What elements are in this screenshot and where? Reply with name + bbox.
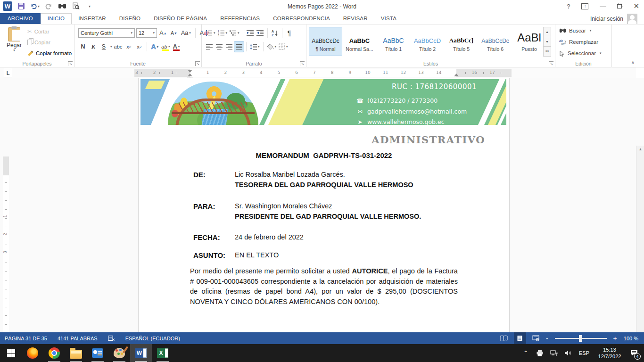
undo-button[interactable]: ▾ [30, 1, 40, 11]
tray-clock[interactable]: 15:13 12/7/2022 [594, 346, 625, 360]
font-color-button[interactable]: A▾ [172, 41, 181, 52]
tab-vista[interactable]: VISTA [374, 13, 403, 24]
align-left-button[interactable] [205, 41, 214, 52]
style-normal-sa-[interactable]: AaBbCNormal Sa... [343, 27, 376, 56]
style--normal[interactable]: AaBbCcDc¶ Normal [309, 27, 342, 56]
font-size-combo[interactable]: 12▾ [136, 28, 157, 38]
shrink-font-button[interactable]: A▼ [169, 28, 179, 38]
underline-dropdown[interactable]: ▾ [110, 45, 112, 49]
qat-customize-button[interactable]: ▾ [85, 4, 94, 8]
memo-body[interactable]: Por medio del presente me permito solici… [190, 266, 458, 307]
superscript-button[interactable]: x2 [134, 41, 144, 52]
page-indicator[interactable]: PÁGINA 31 DE 35 [5, 336, 47, 341]
tray-language[interactable]: ESP [576, 350, 592, 356]
speaker-icon[interactable] [562, 344, 574, 362]
strikethrough-button[interactable]: abc [113, 41, 124, 52]
scroll-up-arrow[interactable]: ▲ [637, 146, 644, 153]
select-button[interactable]: Seleccionar▾ [559, 48, 611, 58]
find-button[interactable] [58, 1, 67, 11]
format-painter-button[interactable]: Copiar formato [27, 49, 72, 58]
multilevel-list-button[interactable]: ▾ [229, 28, 240, 38]
style-t-tulo-2[interactable]: AaBbCcDTítulo 2 [411, 27, 444, 56]
sign-in[interactable]: Iniciar sesión [590, 13, 637, 24]
taskbar-excel[interactable]: X [152, 344, 173, 362]
horizontal-ruler[interactable]: 32112345678910111213141617 [134, 69, 512, 77]
help-button[interactable]: ? [567, 3, 570, 10]
read-mode-button[interactable] [498, 332, 510, 344]
shading-button[interactable]: ▾ [266, 41, 278, 52]
decrease-indent-button[interactable] [246, 28, 255, 38]
style-t-tulo-5[interactable]: AaBbCc]Título 5 [445, 27, 478, 56]
zoom-slider-thumb[interactable] [579, 335, 582, 342]
cut-button[interactable]: ✂Cortar [27, 27, 72, 36]
tab-correspondencia[interactable]: CORRESPONDENCIA [266, 13, 337, 24]
restore-button[interactable] [617, 4, 622, 8]
tab-selector[interactable]: L [4, 69, 12, 77]
paragraph-dialog-launcher[interactable]: ↘ [300, 61, 305, 66]
vertical-ruler[interactable]: 123 [3, 156, 9, 332]
close-button[interactable]: ✕ [633, 2, 639, 10]
zoom-in-button[interactable]: + [613, 336, 617, 341]
memo-field-para[interactable]: PARA:Sr. Washington Morales ChávezPRESID… [193, 201, 467, 222]
borders-button[interactable]: ▾ [278, 41, 289, 52]
tab-referencias[interactable]: REFERENCIAS [214, 13, 266, 24]
memo-field-fecha[interactable]: FECHA:24 de febrero del 2022 [193, 232, 467, 243]
taskbar-chrome[interactable] [43, 344, 65, 362]
numbering-button[interactable]: 123▾ [217, 28, 229, 38]
taskbar-file-explorer[interactable] [65, 344, 87, 362]
font-family-combo[interactable]: Century Gothi▾ [78, 28, 135, 38]
network-icon[interactable] [548, 344, 560, 362]
first-line-indent-marker[interactable] [188, 70, 192, 73]
paste-button[interactable]: Pegar ▾ [4, 26, 25, 60]
tab-inicio[interactable]: INICIO [41, 13, 72, 24]
print-preview-button[interactable] [71, 1, 81, 11]
paste-dropdown[interactable]: ▾ [4, 49, 25, 52]
tab-archivo[interactable]: ARCHIVO [0, 13, 41, 24]
undo-dropdown[interactable]: ▾ [38, 4, 40, 8]
taskbar-paint[interactable] [108, 344, 130, 362]
zoom-slider[interactable] [555, 338, 607, 339]
zoom-out-button[interactable]: - [546, 336, 548, 341]
underline-button[interactable]: S [99, 41, 108, 52]
text-effects-button[interactable]: A▾ [150, 41, 159, 52]
language-indicator[interactable]: ESPAÑOL (ECUADOR) [125, 336, 180, 341]
styles-dialog-launcher[interactable]: ↘ [549, 61, 553, 66]
hanging-indent-marker[interactable] [188, 74, 192, 76]
find-button-ribbon[interactable]: Buscar▾ [559, 25, 611, 36]
collapse-ribbon-button[interactable]: ∧ [631, 60, 635, 65]
memo-field-asunto[interactable]: ASUNTO:EN EL TEXTO [193, 250, 467, 261]
tab-dise-o[interactable]: DISEÑO [113, 13, 147, 24]
start-button[interactable] [0, 344, 22, 362]
web-layout-button[interactable] [530, 332, 542, 344]
redo-button[interactable] [44, 1, 53, 11]
sort-button[interactable]: AZ [270, 28, 280, 38]
increase-indent-button[interactable] [256, 28, 265, 38]
tab-dise-o-de-p-gina[interactable]: DISEÑO DE PÁGINA [147, 13, 214, 24]
style-t-tulo-6[interactable]: AaBbCcDcTítulo 6 [479, 27, 512, 56]
minimize-button[interactable]: — [600, 3, 606, 10]
bold-button[interactable]: N [78, 41, 88, 52]
taskbar-word[interactable]: W [130, 344, 152, 362]
vertical-scrollbar[interactable]: ▲ ▼ [636, 146, 644, 332]
proofing-status[interactable] [108, 335, 115, 341]
print-layout-button[interactable] [514, 332, 526, 344]
word-app-icon[interactable]: W [3, 1, 12, 11]
style-t-tulo-1[interactable]: AaBbCTítulo 1 [377, 27, 410, 56]
style-puesto[interactable]: AaBlPuesto [512, 27, 546, 56]
right-indent-marker[interactable] [454, 74, 459, 76]
tray-chevron-icon[interactable]: ⌃ [520, 344, 532, 362]
align-right-button[interactable] [224, 41, 234, 52]
bullets-button[interactable]: ▾ [205, 28, 216, 38]
zoom-level[interactable]: 100 % [624, 336, 638, 341]
replace-button[interactable]: abac Reemplazar [559, 37, 611, 47]
highlight-button[interactable]: ab▾ [160, 41, 171, 52]
justify-button[interactable] [234, 41, 244, 52]
styles-scroll-up[interactable]: ▲ [543, 27, 551, 37]
tab-insertar[interactable]: INSERTAR [72, 13, 113, 24]
styles-scroll-down[interactable]: ▼ [543, 37, 551, 47]
document-page[interactable]: RUC : 1768120600001 ☎ (02)2773220 / 2773… [138, 78, 510, 332]
printer-icon[interactable] [534, 344, 546, 362]
show-marks-button[interactable]: ¶ [285, 28, 294, 38]
grow-font-button[interactable]: A▲ [158, 28, 168, 38]
clipboard-dialog-launcher[interactable]: ↘ [68, 61, 73, 66]
